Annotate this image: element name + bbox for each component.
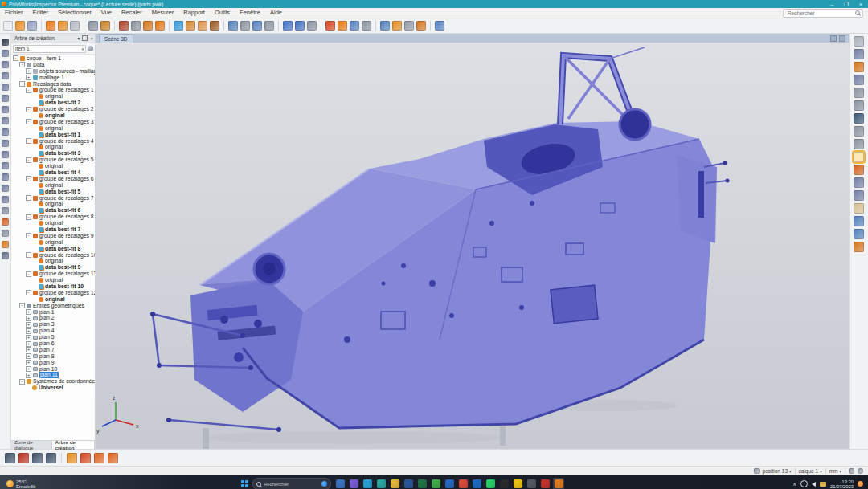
probe-plus-icon[interactable] [5, 453, 15, 463]
menu-fenetre[interactable]: Fenêtre [235, 8, 265, 18]
clock[interactable]: 13:20 21/07/2023 [830, 479, 854, 489]
collapse-icon[interactable]: - [26, 176, 31, 181]
probe-red-icon[interactable] [18, 453, 29, 463]
shield-globe-icon[interactable] [143, 21, 153, 31]
notification-icon[interactable] [858, 481, 863, 487]
expand-icon[interactable]: + [26, 360, 31, 365]
polyworks-inspector-taskbar-icon[interactable] [553, 478, 564, 489]
command-search-input[interactable] [786, 10, 855, 17]
tree-item[interactable]: -groupe de recalages 8 [11, 214, 95, 220]
save-icon[interactable] [27, 21, 37, 31]
command-search[interactable] [783, 9, 863, 18]
tree-item[interactable]: -groupe de recalages 1 [11, 87, 95, 93]
collapse-icon[interactable]: - [26, 271, 31, 277]
tree-item[interactable]: data best-fit 8 [11, 246, 95, 252]
tree-item[interactable]: original [11, 296, 95, 303]
box-icon[interactable] [2, 162, 9, 169]
compare-objects-icon[interactable] [854, 152, 864, 162]
rectangle-icon[interactable] [2, 106, 9, 113]
play-circle-icon[interactable] [392, 21, 402, 31]
app-black-taskbar-icon[interactable] [498, 478, 510, 489]
outlook-taskbar-icon[interactable] [471, 478, 482, 489]
teamviewer-taskbar-icon[interactable] [444, 478, 455, 489]
orbit-rotate-icon[interactable] [854, 49, 864, 59]
portrait-view-icon[interactable] [854, 216, 864, 226]
onedrive-icon[interactable] [820, 482, 826, 487]
tree-item[interactable]: -coque - item 1 [11, 55, 95, 62]
play-probe-icon[interactable] [338, 21, 347, 31]
slot-icon[interactable] [2, 128, 9, 136]
pen-probe-icon[interactable] [210, 21, 219, 31]
select-lasso-icon[interactable] [228, 21, 238, 31]
edge-browser-taskbar-icon[interactable] [362, 478, 373, 489]
probe-tool-icon[interactable] [854, 177, 864, 188]
annotate-flag-icon[interactable] [854, 165, 864, 175]
tree-item[interactable]: original [11, 259, 95, 265]
word-taskbar-icon[interactable] [403, 478, 414, 489]
tree-item[interactable]: -groupe de recalages 3 [11, 119, 95, 125]
volume-icon[interactable] [812, 482, 816, 487]
pan-icon[interactable] [849, 468, 854, 474]
caliper-icon[interactable] [307, 21, 317, 31]
units-select[interactable]: mm ▾ [829, 468, 841, 474]
align-axes-icon[interactable] [119, 21, 129, 31]
cylinder-icon[interactable] [2, 140, 9, 147]
scene-pin-icon[interactable] [830, 35, 837, 42]
file-explorer-taskbar-icon[interactable] [389, 478, 400, 489]
piece-selector[interactable]: item 1 ▾ [13, 45, 86, 53]
minimize-icon[interactable]: – [828, 1, 836, 8]
new-file-icon[interactable] [3, 21, 13, 31]
clapper-icon[interactable] [46, 453, 56, 463]
sync-icon[interactable] [858, 468, 863, 474]
menu-selectionner[interactable]: Sélectionner [53, 8, 96, 18]
tree-item[interactable]: -Recalages data [11, 81, 95, 88]
collapse-icon[interactable]: - [26, 252, 31, 258]
menu-recaler[interactable]: Recaler [117, 8, 147, 18]
circle-icon[interactable] [2, 72, 9, 79]
close-icon[interactable]: × [857, 1, 865, 8]
task-view-taskbar-icon[interactable] [334, 478, 346, 489]
tree-item[interactable]: original [11, 93, 95, 100]
tray-chevron-icon[interactable]: ∧ [793, 481, 796, 487]
import-drop-icon[interactable] [854, 75, 864, 85]
tree-item[interactable]: data best-fit 6 [11, 207, 95, 214]
app-green-taskbar-icon[interactable] [430, 478, 441, 489]
expand-icon[interactable]: + [26, 309, 31, 315]
redo-icon[interactable] [58, 21, 68, 31]
expand-icon[interactable]: + [26, 75, 31, 80]
data-table-icon[interactable] [350, 21, 359, 31]
tree-item[interactable]: -groupe de recalages 5 [11, 157, 95, 163]
filter-funnel-icon[interactable] [854, 190, 864, 201]
adjust-sliders-icon[interactable] [32, 453, 43, 463]
color-pick-icon[interactable] [2, 241, 9, 248]
tree-item[interactable]: data best-fit 5 [11, 189, 95, 195]
navigate-wheel-icon[interactable] [854, 100, 864, 111]
hand-select-icon[interactable] [854, 203, 864, 214]
points-grid-icon[interactable] [131, 21, 141, 31]
check-list-icon[interactable] [326, 21, 335, 31]
open-folder-icon[interactable] [15, 21, 25, 31]
bestfit-arrow-icon[interactable] [155, 21, 165, 31]
panel-close-icon[interactable]: × [90, 36, 93, 41]
arc-icon[interactable] [2, 84, 9, 91]
expand-icon[interactable]: + [26, 347, 31, 352]
collapse-icon[interactable]: - [26, 119, 31, 124]
sticky-notes-taskbar-icon[interactable] [512, 478, 523, 489]
dot-check-icon[interactable] [80, 453, 91, 463]
device-tool-b-icon[interactable] [108, 453, 118, 463]
menu-fichier[interactable]: Fichier [0, 8, 28, 18]
tree-item[interactable]: data best-fit 2 [11, 100, 95, 106]
layer-select[interactable]: calque 1 ▾ [799, 468, 822, 474]
collapse-icon[interactable]: - [19, 81, 25, 87]
stop-circle-icon[interactable] [404, 21, 414, 31]
tree-item[interactable]: original [11, 125, 95, 132]
forward-icon[interactable] [70, 21, 80, 31]
tree-item[interactable]: -groupe de recalages 7 [11, 195, 95, 202]
add-view-icon[interactable] [854, 36, 864, 47]
tree-item[interactable]: -groupe de recalages 12 [11, 290, 95, 296]
collapse-icon[interactable]: - [13, 55, 18, 61]
tab-arbre-de-creation[interactable]: Arbre de création [52, 441, 95, 449]
collapse-icon[interactable]: - [19, 379, 25, 385]
tree-item[interactable]: original [11, 163, 95, 169]
collapse-icon[interactable]: - [26, 138, 31, 144]
